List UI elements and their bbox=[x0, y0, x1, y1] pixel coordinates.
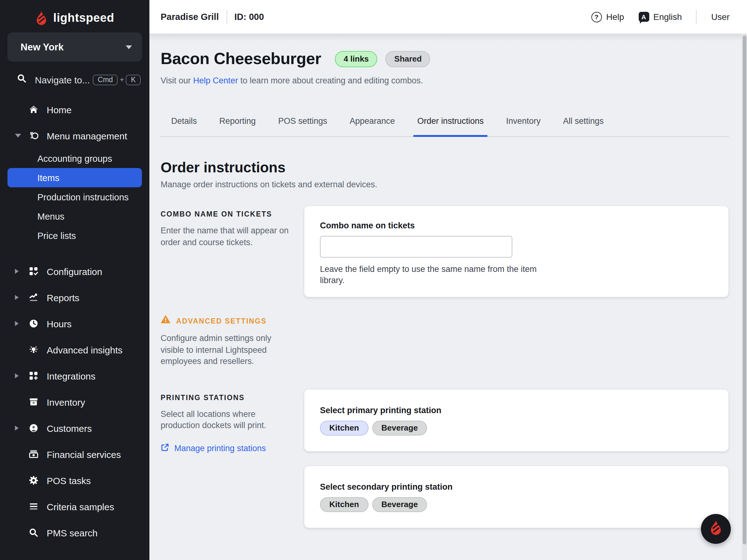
main-content: Bacon Cheeseburger 4 links Shared Visit … bbox=[149, 34, 747, 560]
sidebar-item-advanced-insights[interactable]: Advanced insights bbox=[0, 337, 149, 363]
app-window: lightspeed New York Navigate to... Cmd +… bbox=[0, 0, 747, 560]
primary-beverage-pill[interactable]: Beverage bbox=[372, 420, 427, 435]
help-menu[interactable]: ? Help bbox=[591, 11, 624, 22]
sidebar-item-configuration[interactable]: Configuration bbox=[0, 258, 149, 284]
flame-icon bbox=[35, 10, 48, 26]
help-icon: ? bbox=[591, 11, 602, 22]
printing-stations-desc: Select all locations where production do… bbox=[161, 408, 276, 431]
combo-name-section-desc: Enter the name that will appear on order… bbox=[161, 225, 294, 248]
sidebar-item-menu-management[interactable]: Menu management bbox=[0, 123, 149, 149]
lightspeed-logo: lightspeed bbox=[0, 0, 149, 27]
sidebar-item-production-instructions[interactable]: Production instructions bbox=[0, 187, 149, 207]
tab-pos-settings[interactable]: POS settings bbox=[275, 116, 331, 136]
help-center-link[interactable]: Help Center bbox=[193, 76, 238, 85]
caret-collapsed-icon bbox=[15, 426, 19, 431]
tab-details[interactable]: Details bbox=[168, 116, 201, 136]
tab-order-instructions[interactable]: Order instructions bbox=[414, 116, 487, 137]
primary-kitchen-pill[interactable]: Kitchen bbox=[320, 420, 368, 435]
shared-badge: Shared bbox=[386, 51, 431, 67]
warning-icon bbox=[161, 315, 171, 327]
external-link-icon bbox=[161, 443, 169, 454]
secondary-beverage-pill[interactable]: Beverage bbox=[372, 497, 427, 512]
tab-inventory[interactable]: Inventory bbox=[503, 116, 544, 136]
location-label: New York bbox=[21, 42, 63, 53]
user-menu[interactable]: User bbox=[711, 12, 729, 22]
primary-station-label: Select primary printing station bbox=[320, 405, 713, 415]
sidebar-item-criteria-samples[interactable]: Criteria samples bbox=[0, 494, 149, 519]
tab-all-settings[interactable]: All settings bbox=[559, 116, 608, 136]
business-id: ID: 000 bbox=[234, 12, 264, 22]
lightspeed-fab-button[interactable] bbox=[701, 514, 731, 544]
sidebar: lightspeed New York Navigate to... Cmd +… bbox=[0, 0, 149, 560]
customers-icon bbox=[29, 423, 38, 433]
kbd-k: K bbox=[126, 74, 141, 85]
tab-appearance[interactable]: Appearance bbox=[346, 116, 399, 136]
search-placeholder: Navigate to... bbox=[35, 74, 93, 85]
sidebar-item-accounting-groups[interactable]: Accounting groups bbox=[0, 149, 149, 168]
sidebar-item-price-lists[interactable]: Price lists bbox=[0, 226, 149, 245]
lightbulb-icon bbox=[29, 345, 38, 355]
sidebar-nav: Home Menu management Accounting groups I… bbox=[0, 97, 149, 546]
language-icon: A bbox=[638, 12, 649, 22]
secondary-kitchen-pill[interactable]: Kitchen bbox=[320, 497, 368, 512]
section-subheading: Manage order instructions on tickets and… bbox=[161, 180, 729, 189]
menu-management-icon bbox=[29, 131, 38, 141]
sidebar-item-financial-services[interactable]: Financial services bbox=[0, 441, 149, 467]
clock-icon bbox=[29, 319, 38, 328]
configuration-icon bbox=[29, 266, 38, 276]
sidebar-item-inventory[interactable]: Inventory bbox=[0, 389, 149, 415]
sidebar-item-items[interactable]: Items bbox=[7, 168, 142, 187]
secondary-station-label: Select secondary printing station bbox=[320, 482, 713, 491]
business-name: Paradise Grill bbox=[161, 12, 219, 22]
secondary-printing-station-card: Select secondary printing station Kitche… bbox=[304, 465, 729, 528]
sidebar-item-menus[interactable]: Menus bbox=[0, 207, 149, 226]
caret-collapsed-icon bbox=[15, 295, 19, 300]
page-title: Bacon Cheeseburger bbox=[161, 49, 321, 69]
divider bbox=[696, 10, 697, 24]
integrations-icon bbox=[29, 371, 38, 381]
tab-bar: Details Reporting POS settings Appearanc… bbox=[161, 116, 729, 137]
scrollbar-track bbox=[742, 34, 747, 560]
chevron-down-icon bbox=[126, 46, 132, 49]
links-badge: 4 links bbox=[335, 51, 378, 67]
navigate-search[interactable]: Navigate to... Cmd + K bbox=[17, 72, 141, 87]
advanced-settings-block: ADVANCED SETTINGS Configure admin settin… bbox=[161, 315, 304, 367]
caret-collapsed-icon bbox=[15, 321, 19, 326]
sidebar-item-reports[interactable]: Reports bbox=[0, 284, 149, 311]
inventory-box-icon bbox=[29, 397, 38, 407]
divider bbox=[226, 10, 227, 24]
logo-wordmark: lightspeed bbox=[53, 11, 114, 25]
combo-name-card: Combo name on tickets Leave the field em… bbox=[304, 205, 729, 297]
tab-reporting[interactable]: Reporting bbox=[216, 116, 260, 136]
list-lines-icon bbox=[29, 502, 38, 511]
search-icon bbox=[29, 528, 38, 538]
sidebar-item-customers[interactable]: Customers bbox=[0, 415, 149, 441]
kbd-cmd: Cmd bbox=[93, 74, 118, 85]
intro-text: Visit our Help Center to learn more abou… bbox=[161, 76, 729, 85]
search-icon bbox=[17, 74, 27, 86]
flame-icon bbox=[709, 519, 723, 538]
caret-expanded-icon bbox=[15, 134, 21, 137]
topbar-shadow bbox=[149, 34, 747, 41]
advanced-settings-label: ADVANCED SETTINGS bbox=[176, 317, 267, 324]
reports-icon bbox=[29, 292, 38, 302]
combo-name-input-help: Leave the field empty to use the same na… bbox=[320, 264, 538, 286]
caret-collapsed-icon bbox=[15, 373, 19, 378]
sidebar-item-pms-search[interactable]: PMS search bbox=[0, 519, 149, 546]
sidebar-item-hours[interactable]: Hours bbox=[0, 311, 149, 337]
banknote-icon bbox=[29, 449, 38, 459]
sidebar-item-integrations[interactable]: Integrations bbox=[0, 363, 149, 389]
combo-name-input[interactable] bbox=[320, 236, 512, 258]
sidebar-item-pos-tasks[interactable]: POS tasks bbox=[0, 467, 149, 494]
primary-printing-station-card: Select primary printing station Kitchen … bbox=[304, 389, 729, 451]
gear-icon bbox=[29, 475, 38, 485]
location-selector[interactable]: New York bbox=[7, 32, 142, 61]
combo-name-section-label: COMBO NAME ON TICKETS bbox=[161, 205, 304, 218]
caret-collapsed-icon bbox=[15, 269, 19, 274]
sidebar-item-home[interactable]: Home bbox=[0, 97, 149, 123]
home-icon bbox=[29, 105, 38, 114]
manage-printing-stations-link[interactable]: Manage printing stations bbox=[161, 443, 304, 454]
scrollbar-thumb[interactable] bbox=[743, 35, 746, 544]
language-menu[interactable]: A English bbox=[638, 12, 682, 22]
advanced-settings-desc: Configure admin settings only visible to… bbox=[161, 333, 282, 367]
